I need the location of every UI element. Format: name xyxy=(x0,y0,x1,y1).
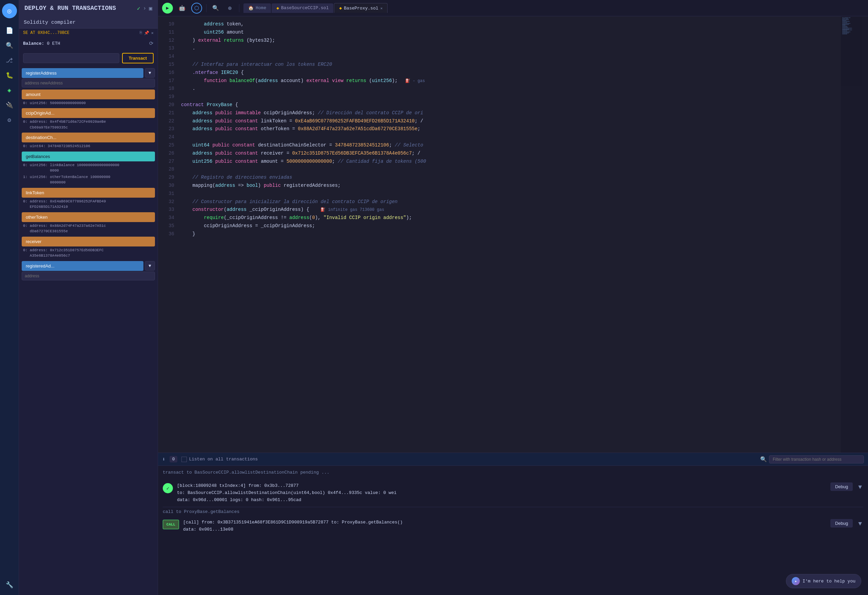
func-btn-amount[interactable]: amount xyxy=(22,90,155,99)
code-line-24 xyxy=(181,133,841,142)
sidebar-item-settings[interactable]: ⚙ xyxy=(3,113,16,127)
func-dropdown-registeredAd[interactable]: ▼ xyxy=(145,261,155,270)
instance-address: SE AT 0X04C...70BCE xyxy=(23,31,69,35)
transact-bar: Transact xyxy=(19,50,158,67)
robot-icon[interactable]: 🤖 xyxy=(177,3,187,13)
tx-chevron-1[interactable]: ▼ xyxy=(857,483,863,492)
code-editor: 10 11 12 13 14 15 16 17 18 19 20 21 22 2… xyxy=(158,16,868,453)
ai-assistant-badge[interactable]: ✦ I'm here to help you xyxy=(786,574,861,588)
layout-icon[interactable]: ▣ xyxy=(149,5,152,12)
minimap: ████ ██████████ ████ ████████ ██████ ███… xyxy=(841,16,868,453)
func-dropdown-registerAddress[interactable]: ▼ xyxy=(145,68,155,78)
func-btn-destinationCh[interactable]: destinationCh... xyxy=(22,133,155,142)
terminal-filter-input[interactable] xyxy=(769,455,864,464)
pin-icon[interactable]: 📌 xyxy=(144,31,149,35)
func-value-amount: 0: uint256: 5000000000000000 xyxy=(22,100,155,106)
func-btn-registeredAd[interactable]: registeredAd... xyxy=(22,261,143,271)
file-icon-2: ◆ xyxy=(339,6,342,11)
code-line-36: } xyxy=(181,230,841,238)
tx-debug-button-1[interactable]: Debug xyxy=(830,483,853,491)
tab-baseProxy[interactable]: ◆ BaseProxy.sol ✕ xyxy=(334,3,388,13)
run-button[interactable]: ▶ xyxy=(162,3,173,13)
code-line-32: // Constructor para inicializar la direc… xyxy=(181,198,841,206)
code-line-35: ccipOriginAddress = _ccipOriginAddress; xyxy=(181,222,841,230)
zoom-in-icon[interactable]: ⊕ xyxy=(225,3,235,13)
sidebar-item-file[interactable]: 📄 xyxy=(3,24,16,37)
func-value-receiver: 0: address: 0x712c351D8757Ed56DB3EFC A35… xyxy=(22,247,155,259)
code-line-21: address public immutable ccipOriginAddre… xyxy=(181,109,841,117)
sidebar-item-deploy[interactable]: ◈ xyxy=(3,83,16,97)
sidebar-item-debug[interactable]: 🐛 xyxy=(3,68,16,82)
func-value-getBalances-0: 0: uint256: linkBalance 1000000000000000… xyxy=(22,162,155,174)
sidebar-item-git[interactable]: ⎇ xyxy=(3,53,16,67)
terminal-pending-text: transact to BasSourceCCIP.allowlistDesti… xyxy=(163,468,863,479)
func-btn-receiver[interactable]: receiver xyxy=(22,237,155,247)
call-entry-1: CALL [call] from: 0x3B371351941eA68f3E86… xyxy=(163,516,863,536)
editor-toolbar: ▶ 🤖 ⬡ 🔍 ⊕ 🏠 Home ◆ BaseSourceCCIP.sol ◆ … xyxy=(158,0,868,16)
close-icon[interactable]: ✕ xyxy=(151,31,154,35)
transact-input[interactable] xyxy=(23,53,120,63)
func-input-registeredAd[interactable] xyxy=(22,272,155,281)
call-badge: CALL xyxy=(163,520,179,529)
terminal-search-icon[interactable]: 🔍 xyxy=(760,456,767,463)
call-debug-button-1[interactable]: Debug xyxy=(830,519,853,527)
func-item-otherToken: otherToken 0: address: 0x88A2d74F47a237a… xyxy=(22,212,155,235)
terminal-collapse-icon[interactable]: ⬇ xyxy=(162,456,165,463)
sidebar-item-plugin[interactable]: 🔌 xyxy=(3,98,16,112)
app-logo: ◎ xyxy=(2,3,17,18)
code-line-14 xyxy=(181,53,841,61)
terminal-listen-label: Listen on all transactions xyxy=(189,457,258,462)
network-icon[interactable]: ⬡ xyxy=(191,3,202,13)
code-line-16: .nterface IERC20 { xyxy=(181,69,841,77)
terminal-area: ⬇ 0 Listen on all transactions 🔍 transac… xyxy=(158,453,868,595)
check-icon[interactable]: ✓ xyxy=(137,5,140,12)
sidebar-item-tools[interactable]: 🔧 xyxy=(3,578,16,592)
arrow-icon[interactable]: › xyxy=(143,6,146,12)
code-line-11: uint256 amount xyxy=(181,28,841,37)
tab-baseSourceCCIP-label: BaseSourceCCIP.sol xyxy=(281,6,329,10)
func-btn-ccipOriginAd[interactable]: ccipOriginAd... xyxy=(22,108,155,118)
code-line-33: constructor(address _ccipOriginAddress) … xyxy=(181,206,841,214)
toolbar-separator-1 xyxy=(206,4,207,12)
code-content[interactable]: address token, uint256 amount ) external… xyxy=(177,16,841,453)
terminal-toolbar: ⬇ 0 Listen on all transactions 🔍 xyxy=(158,453,868,466)
func-input-registerAddress[interactable] xyxy=(22,79,155,87)
code-line-15: // Interfaz para interactuar con los tok… xyxy=(181,61,841,69)
terminal-count: 0 xyxy=(170,456,178,462)
func-item-registeredAd: registeredAd... ▼ xyxy=(22,261,155,281)
transact-button[interactable]: Transact xyxy=(122,53,154,63)
func-item-registerAddress: registerAddress ▼ xyxy=(22,68,155,87)
code-line-23: address public constant otherToken = 0x8… xyxy=(181,125,841,133)
balance-refresh-icon[interactable]: ⟳ xyxy=(149,40,154,47)
code-line-10: address token, xyxy=(181,20,841,28)
func-btn-linkToken[interactable]: linkToken xyxy=(22,188,155,198)
minimap-content: ████ ██████████ ████ ████████ ██████ ███… xyxy=(841,16,868,36)
line-numbers: 10 11 12 13 14 15 16 17 18 19 20 21 22 2… xyxy=(158,16,177,453)
code-line-25: uint64 public constant destinationChainS… xyxy=(181,142,841,149)
sidebar-item-search[interactable]: 🔍 xyxy=(3,38,16,52)
tab-close-baseProxy[interactable]: ✕ xyxy=(381,6,383,10)
deploy-header: DEPLOY & RUN TRANSACTIONS ✓ › ▣ xyxy=(19,0,158,17)
terminal-listen-checkbox[interactable] xyxy=(182,457,187,462)
copy-icon[interactable]: ⎘ xyxy=(140,31,142,35)
toolbar-separator-2 xyxy=(239,4,239,12)
code-line-18: . xyxy=(181,85,841,93)
code-line-13: . xyxy=(181,44,841,53)
balance-row: Balance: 0 ETH ⟳ xyxy=(19,38,158,50)
functions-list: registerAddress ▼ amount 0: uint256: 500… xyxy=(19,67,158,595)
func-item-getBalances: getBalances 0: uint256: linkBalance 1000… xyxy=(22,152,155,186)
tx-success-icon: ✓ xyxy=(163,483,173,493)
terminal-listen-row: Listen on all transactions xyxy=(182,457,258,462)
ai-assistant-label: I'm here to help you xyxy=(803,579,855,584)
code-line-31 xyxy=(181,190,841,198)
func-btn-registerAddress[interactable]: registerAddress xyxy=(22,68,143,78)
terminal-search: 🔍 xyxy=(760,455,864,464)
tab-home[interactable]: 🏠 Home xyxy=(244,3,271,13)
call-chevron-1[interactable]: ▼ xyxy=(857,519,863,529)
deploy-header-icons: ✓ › ▣ xyxy=(137,5,152,12)
code-line-29: // Registro de direcciones enviadas xyxy=(181,174,841,182)
zoom-out-icon[interactable]: 🔍 xyxy=(211,3,221,13)
func-btn-getBalances[interactable]: getBalances xyxy=(22,152,155,161)
func-btn-otherToken[interactable]: otherToken xyxy=(22,212,155,222)
tab-baseSourceCCIP[interactable]: ◆ BaseSourceCCIP.sol xyxy=(272,3,333,13)
